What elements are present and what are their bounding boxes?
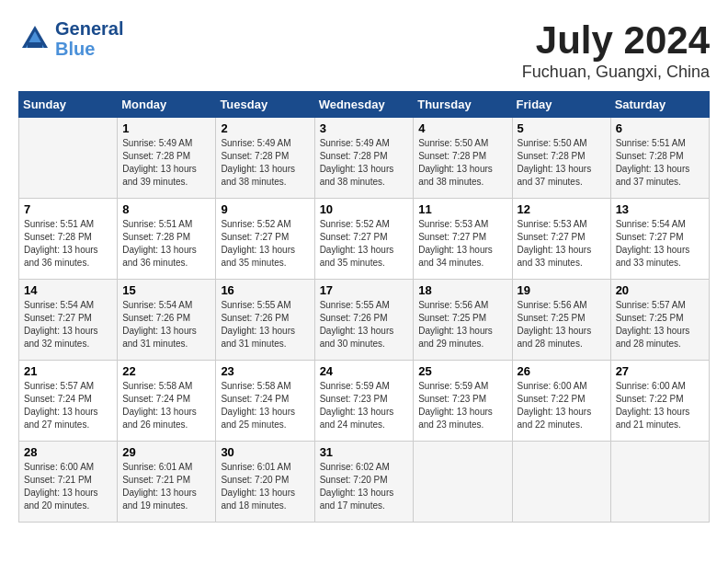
day-info: Sunrise: 6:01 AM Sunset: 7:20 PM Dayligh…: [221, 461, 309, 512]
calendar-cell: [512, 442, 610, 523]
day-info: Sunrise: 5:50 AM Sunset: 7:28 PM Dayligh…: [518, 137, 606, 189]
day-info: Sunrise: 5:49 AM Sunset: 7:28 PM Dayligh…: [221, 137, 309, 189]
day-number: 18: [418, 283, 506, 297]
logo-icon: [18, 22, 51, 55]
calendar-cell: 18Sunrise: 5:56 AM Sunset: 7:25 PM Dayli…: [414, 280, 512, 361]
day-info: Sunrise: 5:51 AM Sunset: 7:28 PM Dayligh…: [122, 218, 210, 270]
weekday-monday: Monday: [118, 92, 216, 118]
calendar-cell: 4Sunrise: 5:50 AM Sunset: 7:28 PM Daylig…: [414, 118, 512, 199]
day-number: 1: [122, 121, 210, 135]
day-info: Sunrise: 5:49 AM Sunset: 7:28 PM Dayligh…: [320, 137, 409, 189]
day-number: 17: [320, 283, 409, 297]
day-info: Sunrise: 5:53 AM Sunset: 7:27 PM Dayligh…: [418, 218, 506, 270]
calendar-cell: 2Sunrise: 5:49 AM Sunset: 7:28 PM Daylig…: [216, 118, 314, 199]
week-row-4: 21Sunrise: 5:57 AM Sunset: 7:24 PM Dayli…: [19, 361, 710, 442]
week-row-2: 7Sunrise: 5:51 AM Sunset: 7:28 PM Daylig…: [19, 199, 710, 280]
calendar-cell: 27Sunrise: 6:00 AM Sunset: 7:22 PM Dayli…: [610, 361, 709, 442]
day-number: 13: [616, 202, 704, 216]
week-row-3: 14Sunrise: 5:54 AM Sunset: 7:27 PM Dayli…: [19, 280, 710, 361]
day-number: 16: [221, 283, 309, 297]
weekday-thursday: Thursday: [414, 92, 512, 118]
day-number: 30: [221, 445, 309, 459]
day-info: Sunrise: 6:02 AM Sunset: 7:20 PM Dayligh…: [320, 461, 409, 512]
day-info: Sunrise: 5:58 AM Sunset: 7:24 PM Dayligh…: [122, 380, 210, 431]
day-info: Sunrise: 6:00 AM Sunset: 7:22 PM Dayligh…: [518, 380, 606, 431]
weekday-saturday: Saturday: [610, 92, 709, 118]
day-number: 8: [122, 202, 210, 216]
calendar-cell: 10Sunrise: 5:52 AM Sunset: 7:27 PM Dayli…: [314, 199, 414, 280]
day-info: Sunrise: 6:00 AM Sunset: 7:21 PM Dayligh…: [24, 461, 112, 512]
day-number: 19: [518, 283, 606, 297]
day-info: Sunrise: 5:58 AM Sunset: 7:24 PM Dayligh…: [221, 380, 309, 431]
day-number: 10: [320, 202, 409, 216]
logo-text-line2: Blue: [55, 39, 123, 59]
day-number: 26: [518, 364, 606, 378]
day-number: 14: [24, 283, 112, 297]
day-info: Sunrise: 5:51 AM Sunset: 7:28 PM Dayligh…: [24, 218, 112, 270]
calendar-cell: 21Sunrise: 5:57 AM Sunset: 7:24 PM Dayli…: [19, 361, 118, 442]
calendar-cell: 11Sunrise: 5:53 AM Sunset: 7:27 PM Dayli…: [414, 199, 512, 280]
day-info: Sunrise: 5:51 AM Sunset: 7:28 PM Dayligh…: [616, 137, 704, 189]
day-info: Sunrise: 6:01 AM Sunset: 7:21 PM Dayligh…: [122, 461, 210, 512]
day-number: 25: [418, 364, 506, 378]
week-row-5: 28Sunrise: 6:00 AM Sunset: 7:21 PM Dayli…: [19, 442, 710, 523]
day-number: 29: [122, 445, 210, 459]
day-info: Sunrise: 5:55 AM Sunset: 7:26 PM Dayligh…: [221, 299, 309, 350]
day-number: 24: [320, 364, 409, 378]
day-info: Sunrise: 5:57 AM Sunset: 7:24 PM Dayligh…: [24, 380, 112, 431]
calendar-cell: 23Sunrise: 5:58 AM Sunset: 7:24 PM Dayli…: [216, 361, 314, 442]
day-info: Sunrise: 5:56 AM Sunset: 7:25 PM Dayligh…: [518, 299, 606, 350]
day-info: Sunrise: 5:53 AM Sunset: 7:27 PM Dayligh…: [518, 218, 606, 270]
weekday-header-row: SundayMondayTuesdayWednesdayThursdayFrid…: [19, 92, 710, 118]
day-info: Sunrise: 6:00 AM Sunset: 7:22 PM Dayligh…: [616, 380, 704, 431]
calendar-cell: 3Sunrise: 5:49 AM Sunset: 7:28 PM Daylig…: [314, 118, 414, 199]
calendar-cell: 1Sunrise: 5:49 AM Sunset: 7:28 PM Daylig…: [118, 118, 216, 199]
calendar-cell: 7Sunrise: 5:51 AM Sunset: 7:28 PM Daylig…: [19, 199, 118, 280]
day-info: Sunrise: 5:52 AM Sunset: 7:27 PM Dayligh…: [221, 218, 309, 270]
calendar-cell: 16Sunrise: 5:55 AM Sunset: 7:26 PM Dayli…: [216, 280, 314, 361]
weekday-wednesday: Wednesday: [314, 92, 414, 118]
svg-rect-3: [28, 42, 42, 48]
day-number: 15: [122, 283, 210, 297]
weekday-sunday: Sunday: [19, 92, 118, 118]
calendar-cell: 15Sunrise: 5:54 AM Sunset: 7:26 PM Dayli…: [118, 280, 216, 361]
calendar-cell: 26Sunrise: 6:00 AM Sunset: 7:22 PM Dayli…: [512, 361, 610, 442]
calendar-cell: 29Sunrise: 6:01 AM Sunset: 7:21 PM Dayli…: [118, 442, 216, 523]
calendar-cell: 28Sunrise: 6:00 AM Sunset: 7:21 PM Dayli…: [19, 442, 118, 523]
day-number: 28: [24, 445, 112, 459]
day-number: 2: [221, 121, 309, 135]
day-number: 23: [221, 364, 309, 378]
calendar-cell: 13Sunrise: 5:54 AM Sunset: 7:27 PM Dayli…: [610, 199, 709, 280]
day-number: 6: [616, 121, 704, 135]
day-number: 9: [221, 202, 309, 216]
location-title: Fuchuan, Guangxi, China: [522, 63, 710, 82]
calendar-cell: 12Sunrise: 5:53 AM Sunset: 7:27 PM Dayli…: [512, 199, 610, 280]
month-title: July 2024: [522, 18, 710, 63]
day-info: Sunrise: 5:57 AM Sunset: 7:25 PM Dayligh…: [616, 299, 704, 350]
day-info: Sunrise: 5:59 AM Sunset: 7:23 PM Dayligh…: [418, 380, 506, 431]
calendar-cell: 31Sunrise: 6:02 AM Sunset: 7:20 PM Dayli…: [314, 442, 414, 523]
day-info: Sunrise: 5:55 AM Sunset: 7:26 PM Dayligh…: [320, 299, 409, 350]
calendar-cell: 9Sunrise: 5:52 AM Sunset: 7:27 PM Daylig…: [216, 199, 314, 280]
day-info: Sunrise: 5:54 AM Sunset: 7:26 PM Dayligh…: [122, 299, 210, 350]
calendar-cell: 8Sunrise: 5:51 AM Sunset: 7:28 PM Daylig…: [118, 199, 216, 280]
logo: General Blue: [18, 18, 123, 59]
day-number: 21: [24, 364, 112, 378]
day-info: Sunrise: 5:50 AM Sunset: 7:28 PM Dayligh…: [418, 137, 506, 189]
calendar-cell: [19, 118, 118, 199]
day-info: Sunrise: 5:49 AM Sunset: 7:28 PM Dayligh…: [122, 137, 210, 189]
calendar-cell: 14Sunrise: 5:54 AM Sunset: 7:27 PM Dayli…: [19, 280, 118, 361]
day-number: 4: [418, 121, 506, 135]
weekday-tuesday: Tuesday: [216, 92, 314, 118]
calendar-cell: 30Sunrise: 6:01 AM Sunset: 7:20 PM Dayli…: [216, 442, 314, 523]
day-number: 20: [616, 283, 704, 297]
calendar-cell: 20Sunrise: 5:57 AM Sunset: 7:25 PM Dayli…: [610, 280, 709, 361]
title-block: July 2024 Fuchuan, Guangxi, China: [522, 18, 710, 82]
calendar-cell: 6Sunrise: 5:51 AM Sunset: 7:28 PM Daylig…: [610, 118, 709, 199]
weekday-friday: Friday: [512, 92, 610, 118]
day-number: 5: [518, 121, 606, 135]
calendar-cell: 17Sunrise: 5:55 AM Sunset: 7:26 PM Dayli…: [314, 280, 414, 361]
logo-text-line1: General: [55, 18, 123, 39]
calendar-body: 1Sunrise: 5:49 AM Sunset: 7:28 PM Daylig…: [19, 118, 710, 523]
day-number: 27: [616, 364, 704, 378]
